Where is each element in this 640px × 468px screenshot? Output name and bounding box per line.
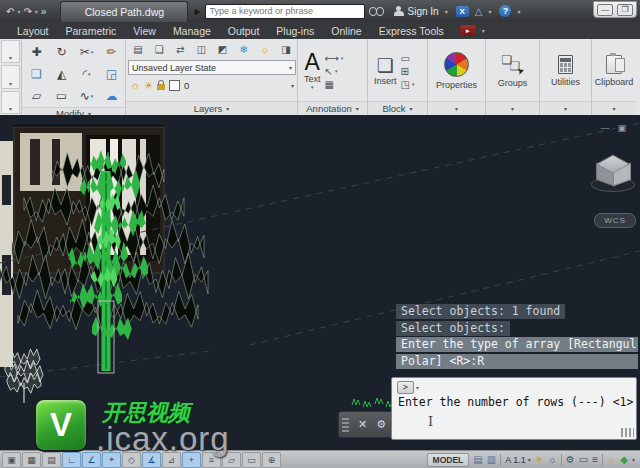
panel-caret-icon[interactable]: ▾ bbox=[455, 105, 458, 112]
help-icon[interactable]: ? bbox=[499, 5, 511, 17]
undo-caret-icon[interactable]: ▾ bbox=[17, 8, 20, 15]
grass-tuft[interactable] bbox=[363, 401, 371, 407]
block-panel-label[interactable]: Block▾ bbox=[368, 101, 427, 115]
polyline-edit-icon[interactable]: ∿▾ bbox=[74, 85, 99, 107]
groups-icon[interactable]: ❏❏➤ bbox=[502, 55, 524, 75]
erase-icon[interactable]: ✏ bbox=[99, 41, 124, 63]
viewcube[interactable] bbox=[590, 151, 638, 207]
layer-dropdown-caret-icon[interactable]: ▾ bbox=[291, 82, 294, 89]
command-line-window[interactable]: > ▾ Enter the number of rows (---) <1> I bbox=[391, 377, 637, 440]
snap-toggle[interactable]: ▦ bbox=[22, 452, 41, 468]
chevron-down-icon[interactable]: ▾ bbox=[311, 84, 314, 90]
trim-icon[interactable]: ✂▾ bbox=[74, 41, 99, 63]
clipboard-panel-label[interactable]: ▾ bbox=[592, 101, 636, 115]
media-caret-icon[interactable]: ▾ bbox=[482, 27, 485, 34]
minimize-button[interactable]: — bbox=[597, 4, 613, 16]
panel-caret-icon[interactable]: ▾ bbox=[564, 105, 567, 112]
tab-view[interactable]: View bbox=[133, 25, 156, 37]
properties-panel-label[interactable]: ▾ bbox=[428, 101, 485, 115]
layer-match-icon[interactable]: ❏ bbox=[149, 41, 169, 58]
layout2-icon[interactable]: ▥ bbox=[487, 454, 496, 465]
dimension-icon[interactable]: ⟷ bbox=[325, 53, 339, 64]
status-caret-icon[interactable]: ▾ bbox=[632, 456, 635, 463]
utilities-calculator-icon[interactable] bbox=[558, 55, 573, 74]
clipped-dropdown-1[interactable]: ▾ bbox=[1, 40, 20, 63]
fillet-icon[interactable]: ◜▾ bbox=[74, 63, 99, 85]
edit-block-icon[interactable]: ⊞ bbox=[401, 66, 409, 77]
viewport-minimize-icon[interactable]: — bbox=[600, 123, 609, 133]
grid-toggle[interactable]: ▤ bbox=[42, 452, 61, 468]
polar-toggle[interactable]: ∠ bbox=[82, 452, 101, 468]
groups-panel-label[interactable]: ▾ bbox=[486, 101, 539, 115]
panel-caret-icon[interactable]: ▾ bbox=[226, 105, 229, 112]
create-block-icon[interactable]: ▭ bbox=[401, 53, 410, 64]
layer-thaw-icon[interactable]: ☀ bbox=[144, 80, 153, 91]
layout-icon[interactable]: ▤ bbox=[473, 454, 482, 465]
panel-caret-icon[interactable]: ▾ bbox=[356, 105, 359, 112]
mirror-icon[interactable]: ◭ bbox=[49, 63, 74, 85]
layer-properties-icon[interactable]: ▤ bbox=[128, 41, 148, 58]
close-icon[interactable]: ✕ bbox=[358, 418, 367, 431]
insert-block-button[interactable]: ❏ Insert bbox=[370, 41, 401, 101]
annotation-scale-button[interactable]: A 1.1▾ bbox=[505, 455, 531, 465]
building-window[interactable] bbox=[30, 139, 40, 185]
panel-caret-icon[interactable]: ▾ bbox=[612, 105, 615, 112]
tab-parametric[interactable]: Parametric bbox=[66, 25, 117, 37]
layer-freeze-icon[interactable]: ❄ bbox=[234, 41, 254, 58]
block-attributes-icon[interactable]: ◳ bbox=[401, 79, 410, 90]
text-tool-button[interactable]: A Text ▾ bbox=[300, 41, 325, 101]
copy-icon[interactable]: ❏ bbox=[24, 63, 49, 85]
osnap-toggle[interactable]: ⌖ bbox=[102, 452, 121, 468]
search-input[interactable] bbox=[205, 4, 365, 19]
chevron-down-icon[interactable]: ▾ bbox=[341, 55, 344, 61]
properties-icon[interactable] bbox=[444, 52, 469, 77]
sign-in-button[interactable]: Sign In bbox=[408, 6, 439, 17]
search-icon[interactable] bbox=[369, 6, 384, 16]
3dosnap-toggle[interactable]: ◇ bbox=[122, 452, 141, 468]
viewport-restore-icon[interactable]: ▣ bbox=[617, 123, 626, 133]
layer-color-swatch[interactable] bbox=[169, 80, 180, 91]
otrack-toggle[interactable]: ∡ bbox=[142, 452, 161, 468]
command-prompt-text[interactable]: Enter the number of rows (---) <1> bbox=[398, 395, 634, 409]
expand-arrow-icon[interactable]: ▶ bbox=[194, 7, 200, 16]
building-wall-panel[interactable] bbox=[20, 133, 82, 191]
layer-isolate-icon[interactable]: ◫ bbox=[191, 41, 211, 58]
hardware-acceleration-icon[interactable]: ◆ bbox=[620, 454, 628, 465]
redo-caret-icon[interactable]: ▾ bbox=[35, 8, 38, 15]
qat-more-icon[interactable]: » bbox=[41, 6, 47, 17]
redo-icon[interactable]: ↷ bbox=[23, 6, 31, 17]
clipped-dropdown-3[interactable]: ▾ bbox=[1, 91, 20, 114]
ortho-toggle[interactable]: ∟ bbox=[62, 452, 81, 468]
building-side-strip[interactable] bbox=[0, 141, 13, 367]
drag-handle[interactable] bbox=[342, 417, 349, 432]
document-title[interactable]: Closed Path.dwg bbox=[60, 1, 188, 22]
table-icon[interactable]: ▦ bbox=[325, 79, 334, 90]
utilities-panel-label[interactable]: ▾ bbox=[540, 101, 591, 115]
layer-unisolate-icon[interactable]: ◩ bbox=[213, 41, 233, 58]
stretch-icon[interactable]: ◲ bbox=[99, 63, 124, 85]
exchange-apps-icon[interactable]: X bbox=[456, 6, 469, 17]
chevron-down-icon[interactable]: ▾ bbox=[528, 456, 531, 463]
tab-plug-ins[interactable]: Plug-ins bbox=[276, 25, 314, 37]
qp-toggle[interactable]: ▭ bbox=[242, 452, 261, 468]
annotation-panel-label[interactable]: Annotation▾ bbox=[298, 101, 367, 115]
dyn-toggle[interactable]: + bbox=[182, 452, 201, 468]
annotation-visibility-icon[interactable]: ☀ bbox=[535, 454, 544, 465]
clipboard-icon[interactable] bbox=[606, 55, 622, 74]
layer-lock-icon[interactable]: ◨ bbox=[276, 41, 296, 58]
panel-caret-icon[interactable]: ▾ bbox=[410, 105, 413, 112]
layer-lock-icon[interactable] bbox=[157, 84, 165, 90]
resize-grip[interactable] bbox=[621, 428, 634, 437]
sign-in-caret-icon[interactable]: ▾ bbox=[445, 8, 448, 15]
layer-state-dropdown[interactable]: Unsaved Layer State▾ bbox=[128, 60, 296, 75]
autodesk360-caret-icon[interactable]: ▾ bbox=[488, 8, 491, 15]
tab-layout[interactable]: Layout bbox=[17, 25, 49, 37]
ui-overlap-icon[interactable]: ≡ bbox=[592, 454, 598, 465]
layers-panel-label[interactable]: Layers▾ bbox=[126, 101, 297, 115]
wrench-icon[interactable]: ⚙ bbox=[376, 418, 386, 431]
toolbar-lock-icon[interactable]: ▭ bbox=[579, 454, 588, 465]
tab-output[interactable]: Output bbox=[228, 25, 260, 37]
autodesk360-icon[interactable]: △ bbox=[475, 6, 483, 17]
panel-caret-icon[interactable]: ▾ bbox=[511, 105, 514, 112]
tpy-toggle[interactable]: ▱ bbox=[222, 452, 241, 468]
